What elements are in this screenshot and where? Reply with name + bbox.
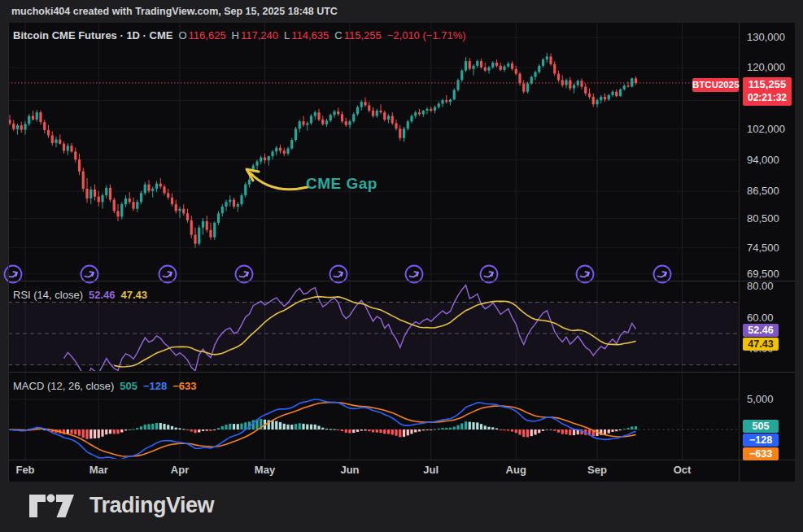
header-strip: muchoki404 created with TradingView.com,… xyxy=(0,0,803,23)
macd-legend[interactable]: MACD (12, 26, close) 505 −128 −633 xyxy=(13,380,197,392)
current-price-value: 115,255 xyxy=(743,77,792,92)
tradingview-logo[interactable]: TradingView xyxy=(28,493,214,518)
close-label: C xyxy=(334,29,342,41)
tradingview-chart-snapshot: muchoki404 created with TradingView.com,… xyxy=(0,0,803,532)
rsi-value: 52.46 xyxy=(89,289,116,301)
time-axis-label: Jul xyxy=(423,464,439,476)
time-axis-label: Jun xyxy=(340,464,359,476)
time-axis-label: May xyxy=(255,464,275,476)
price-axis-label: 102,000 xyxy=(747,123,796,135)
time-axis-label: Aug xyxy=(506,464,526,476)
time-axis-label: Sep xyxy=(587,464,607,476)
current-price-badge[interactable]: 115,255 02:21:32 xyxy=(743,77,792,106)
close-value: 115,255 xyxy=(344,29,382,41)
time-axis[interactable]: FebMarAprMayJunJulAugSepOct xyxy=(0,464,795,482)
time-axis-label: Oct xyxy=(674,464,692,476)
high-label: H xyxy=(232,29,239,41)
ohlc-open: O 116,625 xyxy=(178,29,225,41)
tradingview-logo-mark xyxy=(28,494,81,518)
rsi-axis-label: 60.00 xyxy=(747,312,796,324)
price-axis-label: 94,000 xyxy=(747,154,796,166)
macd-line-badge: −128 xyxy=(743,434,779,447)
price-axis-label: 80,500 xyxy=(747,212,796,225)
rsi-ma-value: 47.43 xyxy=(121,289,148,301)
ohlc-high: H 117,240 xyxy=(232,29,278,41)
macd-hist-badge: 505 xyxy=(743,420,779,433)
time-axis-label: Mar xyxy=(89,464,108,476)
header-credit-text: muchoki404 created with TradingView.com,… xyxy=(11,0,338,23)
price-axis-label: 120,000 xyxy=(747,61,796,73)
price-axis-label: 69,500 xyxy=(747,268,796,280)
macd-signal-value: −633 xyxy=(172,380,196,392)
ohlc-low: L 114,635 xyxy=(284,29,329,41)
macd-title[interactable]: MACD (12, 26, close) xyxy=(13,380,114,392)
macd-hist-value: 505 xyxy=(120,380,137,392)
rsi-title[interactable]: RSI (14, close) xyxy=(13,289,83,301)
symbol-legend[interactable]: Bitcoin CME Futures · 1D · CME O 116,625… xyxy=(13,29,466,41)
cme-gap-annotation[interactable]: CME Gap xyxy=(306,175,377,193)
price-axis-label: 86,500 xyxy=(747,185,796,197)
countdown-timer: 02:21:32 xyxy=(743,92,792,104)
open-value: 116,625 xyxy=(189,29,226,41)
ohlc-close: C 115,255 xyxy=(334,29,381,41)
tradingview-logo-text: TradingView xyxy=(89,493,214,518)
time-axis-label: Feb xyxy=(15,464,34,476)
price-axis-label: 130,000 xyxy=(747,31,796,43)
rsi-axis-label: 80.00 xyxy=(747,280,796,292)
chart-canvas[interactable] xyxy=(0,0,803,532)
price-axis-label: 74,500 xyxy=(747,242,796,254)
macd-axis-label: 5,000 xyxy=(747,393,796,405)
open-label: O xyxy=(178,29,186,41)
low-value: 114,635 xyxy=(291,29,329,41)
macd-signal-badge: −633 xyxy=(743,447,779,460)
contract-label-badge[interactable]: BTCU2025 xyxy=(692,78,739,92)
rsi-legend[interactable]: RSI (14, close) 52.46 47.43 xyxy=(13,289,147,301)
cme-gap-arrow[interactable] xyxy=(247,169,308,190)
rsi-ma-badge: 47.43 xyxy=(743,338,779,351)
low-label: L xyxy=(284,29,290,41)
time-axis-label: Apr xyxy=(171,464,189,476)
high-value: 117,240 xyxy=(241,29,278,41)
change-value: −2,010 (−1.71%) xyxy=(387,29,466,41)
rsi-value-badge: 52.46 xyxy=(743,324,779,337)
symbol-title[interactable]: Bitcoin CME Futures · 1D · CME xyxy=(13,29,172,41)
macd-line-value: −128 xyxy=(143,380,167,392)
